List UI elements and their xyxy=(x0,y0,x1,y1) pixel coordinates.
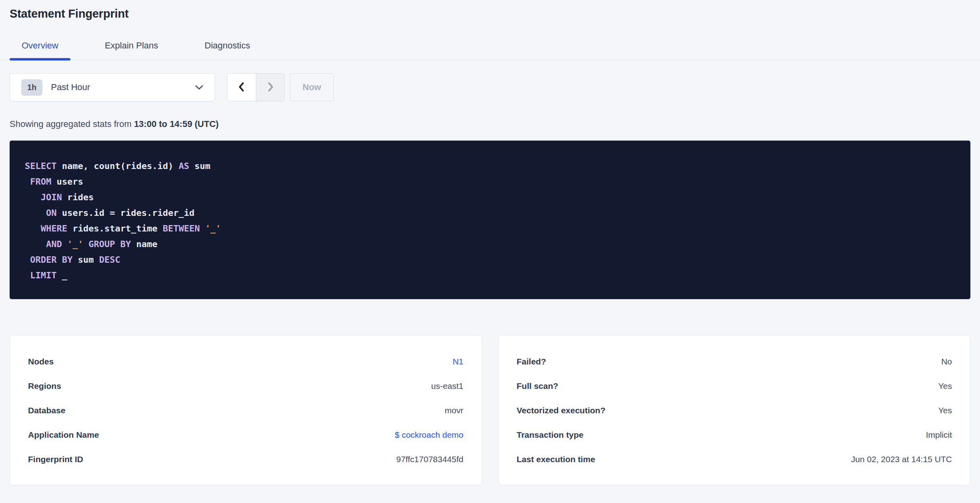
detail-label: Database xyxy=(28,406,65,415)
sql-statement-box: SELECT name, count(rides.id) AS sum FROM… xyxy=(10,141,970,299)
detail-value: 97ffc170783445fd xyxy=(396,455,464,464)
detail-row: Transaction typeImplicit xyxy=(517,423,952,447)
previous-interval-button[interactable] xyxy=(227,74,256,101)
sql-line: ON users.id = rides.rider_id xyxy=(25,205,955,221)
detail-row: Failed?No xyxy=(517,349,952,374)
details-card-left: NodesN1Regionsus-east1DatabasemovrApplic… xyxy=(10,335,482,485)
tab-overview[interactable]: Overview xyxy=(10,40,70,60)
detail-label: Application Name xyxy=(28,430,99,440)
detail-row: Databasemovr xyxy=(28,398,464,423)
sql-line: JOIN rides xyxy=(25,189,955,205)
detail-label: Failed? xyxy=(517,357,546,366)
statement-fingerprint-page: Statement Fingerprint OverviewExplain Pl… xyxy=(0,7,980,485)
detail-value: us-east1 xyxy=(431,381,464,391)
detail-value: movr xyxy=(445,406,464,415)
tab-explain-plans[interactable]: Explain Plans xyxy=(93,40,170,60)
detail-row: Fingerprint ID97ffc170783445fd xyxy=(28,447,464,471)
time-step-buttons xyxy=(227,73,285,101)
aggregated-stats-line: Showing aggregated stats from 13:00 to 1… xyxy=(10,119,970,129)
detail-row: NodesN1 xyxy=(28,349,464,374)
chevron-left-icon xyxy=(237,82,247,93)
sql-line: AND '_' GROUP BY name xyxy=(25,236,955,252)
detail-label: Full scan? xyxy=(517,381,558,391)
detail-value: Yes xyxy=(938,381,952,391)
detail-value: Implicit xyxy=(926,430,952,440)
now-button[interactable]: Now xyxy=(290,73,334,101)
detail-label: Nodes xyxy=(28,357,54,366)
details-cards: NodesN1Regionsus-east1DatabasemovrApplic… xyxy=(10,335,970,485)
detail-label: Fingerprint ID xyxy=(28,455,83,464)
next-interval-button[interactable] xyxy=(256,74,284,101)
details-card-right: Failed?NoFull scan?YesVectorized executi… xyxy=(498,335,971,485)
detail-label: Transaction type xyxy=(517,430,584,440)
detail-label: Vectorized execution? xyxy=(517,406,606,415)
sql-line: FROM users xyxy=(25,174,955,189)
detail-label: Regions xyxy=(28,381,61,391)
detail-row: Full scan?Yes xyxy=(517,374,952,398)
tab-diagnostics[interactable]: Diagnostics xyxy=(193,40,262,60)
sql-line: SELECT name, count(rides.id) AS sum xyxy=(25,158,955,174)
interval-badge: 1h xyxy=(21,79,42,96)
detail-row: Vectorized execution?Yes xyxy=(517,398,952,423)
sql-line: ORDER BY sum DESC xyxy=(25,252,955,268)
sql-line: LIMIT _ xyxy=(25,268,955,283)
detail-value-link[interactable]: $ cockroach demo xyxy=(395,430,464,440)
detail-label: Last execution time xyxy=(517,455,595,464)
detail-row: Regionsus-east1 xyxy=(28,374,464,398)
detail-row: Application Name$ cockroach demo xyxy=(28,423,464,447)
sql-line: WHERE rides.start_time BETWEEN '_' xyxy=(25,221,955,236)
tab-bar: OverviewExplain PlansDiagnostics xyxy=(0,40,980,60)
time-range-label: Past Hour xyxy=(51,82,90,93)
detail-value: Jun 02, 2023 at 14:15 UTC xyxy=(851,455,952,464)
detail-value-link[interactable]: N1 xyxy=(453,357,464,366)
stats-line-prefix: Showing aggregated stats from xyxy=(10,119,134,129)
detail-row: Last execution timeJun 02, 2023 at 14:15… xyxy=(517,447,952,471)
time-controls: 1h Past Hour Now xyxy=(10,73,970,101)
sql-statement: SELECT name, count(rides.id) AS sum FROM… xyxy=(25,158,955,283)
page-title: Statement Fingerprint xyxy=(10,7,970,20)
detail-value: No xyxy=(941,357,952,366)
chevron-down-icon xyxy=(195,85,203,90)
stats-line-range: 13:00 to 14:59 (UTC) xyxy=(134,119,219,129)
time-range-dropdown[interactable]: 1h Past Hour xyxy=(10,73,215,101)
chevron-right-icon xyxy=(265,82,275,93)
detail-value: Yes xyxy=(938,406,952,415)
